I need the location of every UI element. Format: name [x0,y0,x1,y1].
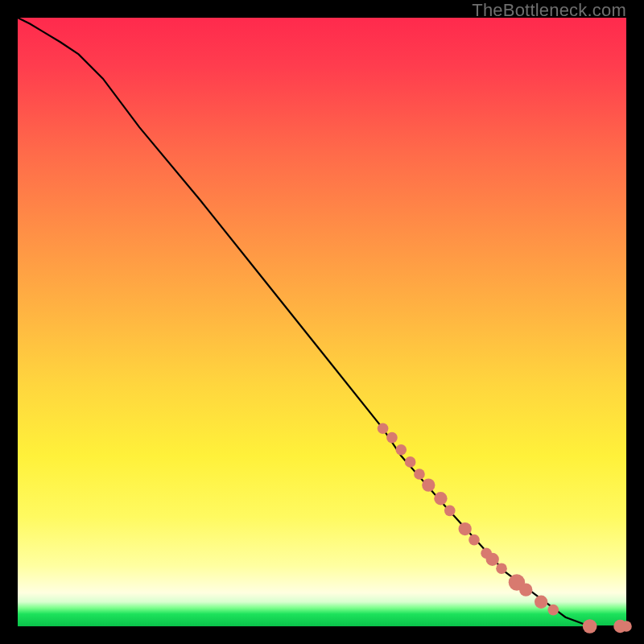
data-point [486,553,499,566]
data-point [496,563,507,574]
data-point [583,619,597,634]
data-point [405,456,416,468]
data-point [444,506,456,517]
chart-markers [378,423,632,634]
chart-curve [18,18,626,626]
data-point [386,432,398,444]
data-point [519,583,532,596]
data-point [459,522,472,535]
data-point [547,605,559,616]
data-point [414,469,425,480]
data-point [535,596,547,609]
data-point [434,492,447,505]
data-point [621,621,632,632]
data-point [422,478,435,491]
data-point [469,535,480,546]
data-point [395,444,407,456]
chart-frame: TheBottleneck.com [0,0,644,644]
data-point [378,423,389,435]
chart-overlay [18,18,626,626]
